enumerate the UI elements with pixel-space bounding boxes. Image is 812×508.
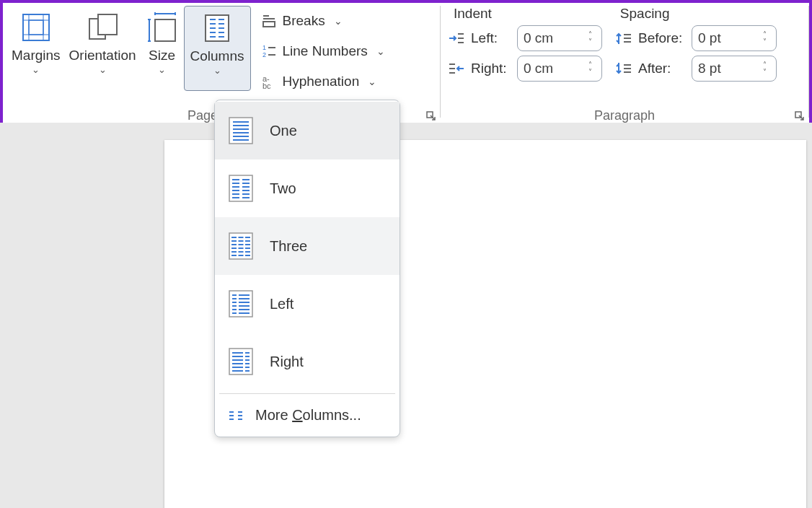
chevron-down-icon: ⌄ [334, 16, 343, 26]
chevron-down-icon: ⌄ [368, 76, 376, 87]
orientation-icon [85, 12, 120, 43]
svg-rect-28 [263, 22, 275, 27]
more-columns-icon [228, 410, 244, 421]
svg-text:1: 1 [262, 44, 266, 51]
spacing-before-value: 0 pt [698, 30, 763, 46]
spin-down[interactable]: ˅ [588, 69, 599, 76]
svg-text:2: 2 [262, 51, 266, 58]
left-column-icon [228, 289, 254, 318]
indent-left-icon [448, 31, 465, 45]
breaks-button[interactable]: Breaks ⌄ [255, 6, 391, 36]
more-columns-button[interactable]: More Columns... [215, 397, 400, 434]
three-column-icon [228, 232, 254, 260]
spin-down[interactable]: ˅ [763, 69, 773, 76]
right-column-icon [228, 347, 254, 376]
paragraph-group-label: Paragraph [441, 108, 808, 123]
columns-option-two-label: Two [270, 180, 296, 197]
indent-right-spinbox[interactable]: 0 cm ˄˅ [517, 56, 602, 82]
columns-option-one-label: One [270, 123, 297, 139]
columns-option-left[interactable]: Left [215, 275, 400, 333]
line-numbers-label: Line Numbers [283, 43, 368, 59]
spacing-before-icon [615, 31, 632, 45]
columns-icon [203, 12, 231, 44]
spacing-after-icon [615, 61, 632, 76]
hyphenation-label: Hyphenation [283, 74, 360, 89]
columns-dropdown: One Two Th [214, 100, 400, 437]
chevron-down-icon: ⌄ [99, 65, 107, 74]
indent-heading: Indent [449, 6, 496, 22]
indent-right-value: 0 cm [524, 61, 588, 76]
svg-rect-0 [23, 14, 49, 40]
svg-rect-14 [155, 19, 175, 41]
columns-option-one[interactable]: One [215, 102, 400, 159]
spin-down[interactable]: ˅ [763, 38, 773, 45]
margins-button[interactable]: Margins ⌄ [7, 6, 65, 91]
columns-button[interactable]: Columns ⌄ [184, 6, 251, 91]
columns-option-three[interactable]: Three [215, 217, 400, 275]
one-column-icon [228, 116, 254, 145]
margins-icon [20, 12, 52, 43]
columns-option-right-label: Right [270, 354, 304, 370]
spacing-before-label: Before: [638, 30, 686, 46]
page-setup-launcher[interactable] [425, 110, 437, 122]
columns-label: Columns [190, 48, 244, 64]
breaks-label: Breaks [283, 13, 325, 29]
orientation-label: Orientation [69, 48, 136, 64]
columns-option-two[interactable]: Two [215, 159, 400, 217]
dropdown-separator [219, 393, 395, 394]
two-column-icon [228, 174, 254, 203]
svg-rect-15 [206, 15, 229, 41]
spacing-after-label: After: [638, 61, 686, 76]
spacing-after-spinbox[interactable]: 8 pt ˄˅ [692, 56, 777, 82]
chevron-down-icon: ⌄ [376, 46, 385, 56]
indent-left-value: 0 cm [524, 30, 588, 46]
spin-down[interactable]: ˅ [588, 38, 599, 45]
more-columns-label: More Columns... [255, 407, 361, 424]
columns-option-three-label: Three [270, 238, 307, 255]
paragraph-launcher[interactable] [794, 110, 806, 122]
spacing-before-spinbox[interactable]: 0 pt ˄˅ [692, 25, 777, 51]
columns-option-right[interactable]: Right [215, 333, 400, 390]
margins-label: Margins [12, 48, 61, 64]
breaks-icon [261, 13, 277, 29]
hyphenation-button[interactable]: a- bc Hyphenation ⌄ [255, 66, 391, 97]
columns-option-left-label: Left [270, 296, 294, 312]
chevron-down-icon: ⌄ [32, 65, 40, 74]
line-numbers-icon: 1 2 [261, 43, 277, 59]
spacing-after-value: 8 pt [698, 61, 763, 76]
chevron-down-icon: ⌄ [213, 66, 221, 75]
hyphenation-icon: a- bc [261, 74, 277, 89]
line-numbers-button[interactable]: 1 2 Line Numbers ⌄ [255, 36, 391, 66]
indent-right-icon [448, 61, 465, 76]
indent-right-label: Right: [471, 61, 511, 76]
svg-text:bc: bc [262, 82, 271, 89]
svg-rect-1 [29, 20, 43, 35]
indent-left-spinbox[interactable]: 0 cm ˄˅ [517, 25, 602, 51]
size-label: Size [149, 48, 175, 64]
orientation-button[interactable]: Orientation ⌄ [65, 6, 141, 91]
chevron-down-icon: ⌄ [158, 65, 166, 74]
size-icon [145, 11, 180, 44]
size-button[interactable]: Size ⌄ [141, 6, 184, 91]
spacing-heading: Spacing [616, 6, 674, 22]
svg-rect-7 [98, 14, 117, 35]
indent-left-label: Left: [471, 30, 511, 46]
